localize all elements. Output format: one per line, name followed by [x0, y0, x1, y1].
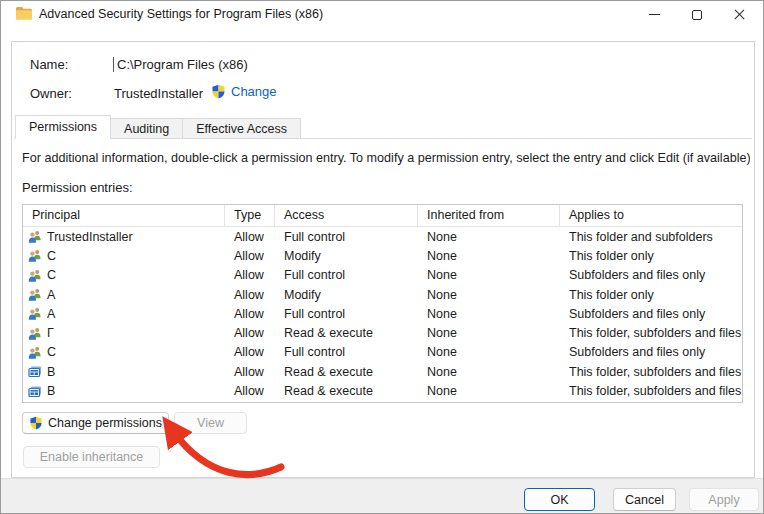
- cell-type: Allow: [225, 288, 275, 302]
- principal-name: C: [47, 249, 56, 263]
- cell-inherited-from: None: [418, 307, 560, 321]
- cell-applies-to: This folder and subfolders: [560, 230, 742, 244]
- view-button[interactable]: View: [174, 412, 247, 434]
- permission-entry-row[interactable]: CAllowModifyNoneThis folder only: [23, 246, 742, 265]
- permission-entries-table: PrincipalTypeAccessInherited fromApplies…: [22, 204, 743, 403]
- cell-principal: B: [23, 384, 225, 398]
- permission-entry-row[interactable]: CAllowFull controlNoneSubfolders and fil…: [23, 343, 742, 362]
- name-label: Name:: [30, 57, 68, 72]
- column-header-type[interactable]: Type: [225, 205, 275, 226]
- column-header-applies-to[interactable]: Applies to: [560, 205, 742, 226]
- cell-principal: TrustedInstaller: [23, 230, 225, 244]
- cell-type: Allow: [225, 345, 275, 359]
- apply-label: Apply: [708, 493, 739, 507]
- cell-principal: A: [23, 307, 225, 321]
- name-value: C:\Program Files (x86): [113, 57, 248, 72]
- column-header-inherited-from[interactable]: Inherited from: [418, 205, 560, 226]
- minimize-icon: [649, 14, 660, 15]
- cell-principal: Г: [23, 326, 225, 340]
- cell-inherited-from: None: [418, 345, 560, 359]
- permission-entry-row[interactable]: BAllowRead & executeNoneThis folder, sub…: [23, 381, 742, 400]
- cell-inherited-from: None: [418, 268, 560, 282]
- cell-type: Allow: [225, 326, 275, 340]
- enable-inheritance-label: Enable inheritance: [40, 450, 144, 464]
- apply-button[interactable]: Apply: [689, 488, 759, 511]
- change-owner-link[interactable]: Change: [211, 84, 277, 99]
- cell-inherited-from: None: [418, 249, 560, 263]
- table-header: PrincipalTypeAccessInherited fromApplies…: [23, 205, 742, 227]
- principal-name: A: [47, 288, 55, 302]
- enable-inheritance-button[interactable]: Enable inheritance: [23, 446, 160, 468]
- principal-name: B: [47, 384, 55, 398]
- cell-principal: B: [23, 365, 225, 379]
- tab-strip: PermissionsAuditingEffective Access: [15, 115, 301, 139]
- cell-principal: C: [23, 249, 225, 263]
- cell-access: Read & execute: [275, 326, 418, 340]
- cancel-button[interactable]: Cancel: [613, 488, 676, 511]
- table-body: TrustedInstallerAllowFull controlNoneThi…: [23, 227, 742, 401]
- principal-name: B: [47, 365, 55, 379]
- cell-applies-to: This folder only: [560, 288, 742, 302]
- info-text: For additional information, double-click…: [22, 151, 750, 165]
- cell-inherited-from: None: [418, 384, 560, 398]
- maximize-icon: [692, 10, 702, 20]
- permission-entries-label: Permission entries:: [22, 180, 133, 195]
- permission-entry-row[interactable]: BAllowRead & executeNoneThis folder, sub…: [23, 362, 742, 381]
- maximize-button[interactable]: [676, 1, 718, 28]
- close-button[interactable]: [718, 1, 760, 28]
- cell-inherited-from: None: [418, 230, 560, 244]
- close-icon: [733, 8, 746, 21]
- cell-access: Modify: [275, 249, 418, 263]
- cell-inherited-from: None: [418, 365, 560, 379]
- cell-access: Modify: [275, 288, 418, 302]
- group-users-icon: [28, 327, 42, 340]
- principal-name: Г: [47, 326, 54, 340]
- cell-applies-to: This folder, subfolders and files: [560, 365, 742, 379]
- change-permissions-button[interactable]: Change permissions: [22, 412, 169, 434]
- group-users-icon: [28, 288, 42, 301]
- cell-access: Full control: [275, 230, 418, 244]
- cell-applies-to: Subfolders and files only: [560, 345, 742, 359]
- column-header-principal[interactable]: Principal: [23, 205, 225, 226]
- cell-principal: C: [23, 268, 225, 282]
- permission-entry-row[interactable]: ГAllowRead & executeNoneThis folder, sub…: [23, 323, 742, 342]
- ok-button[interactable]: OK: [524, 488, 595, 511]
- group-users-icon: [28, 230, 42, 243]
- cell-applies-to: Subfolders and files only: [560, 268, 742, 282]
- minimize-button[interactable]: [633, 1, 675, 28]
- window-title: Advanced Security Settings for Program F…: [39, 7, 323, 21]
- principal-name: C: [47, 268, 56, 282]
- owner-value: TrustedInstaller: [114, 86, 203, 101]
- principal-name: A: [47, 307, 55, 321]
- change-permissions-label: Change permissions: [48, 416, 162, 430]
- title-bar: Advanced Security Settings for Program F…: [1, 1, 763, 28]
- group-users-icon: [28, 346, 42, 359]
- principal-name: TrustedInstaller: [47, 230, 133, 244]
- tab-permissions[interactable]: Permissions: [15, 115, 111, 139]
- cell-access: Full control: [275, 307, 418, 321]
- group-users-icon: [28, 269, 42, 282]
- cancel-label: Cancel: [625, 493, 664, 507]
- permission-entry-row[interactable]: AAllowModifyNoneThis folder only: [23, 285, 742, 304]
- app-packages-icon: [28, 385, 42, 398]
- tab-auditing[interactable]: Auditing: [110, 118, 183, 139]
- cell-type: Allow: [225, 384, 275, 398]
- uac-shield-icon: [211, 84, 226, 99]
- permission-entry-row[interactable]: AAllowFull controlNoneSubfolders and fil…: [23, 304, 742, 323]
- folder-icon: [15, 6, 33, 21]
- group-users-icon: [28, 307, 42, 320]
- permission-entry-row[interactable]: TrustedInstallerAllowFull controlNoneThi…: [23, 227, 742, 246]
- change-link-label: Change: [231, 84, 277, 99]
- column-header-access[interactable]: Access: [275, 205, 418, 226]
- ok-label: OK: [550, 493, 568, 507]
- tab-effective-access[interactable]: Effective Access: [182, 118, 301, 139]
- advanced-security-settings-window: { "window": { "title": "Advanced Securit…: [0, 0, 764, 514]
- cell-inherited-from: None: [418, 326, 560, 340]
- uac-shield-icon: [29, 416, 43, 430]
- cell-principal: A: [23, 288, 225, 302]
- app-packages-icon: [28, 365, 42, 378]
- cell-applies-to: Subfolders and files only: [560, 307, 742, 321]
- cell-type: Allow: [225, 249, 275, 263]
- cell-type: Allow: [225, 307, 275, 321]
- permission-entry-row[interactable]: CAllowFull controlNoneSubfolders and fil…: [23, 266, 742, 285]
